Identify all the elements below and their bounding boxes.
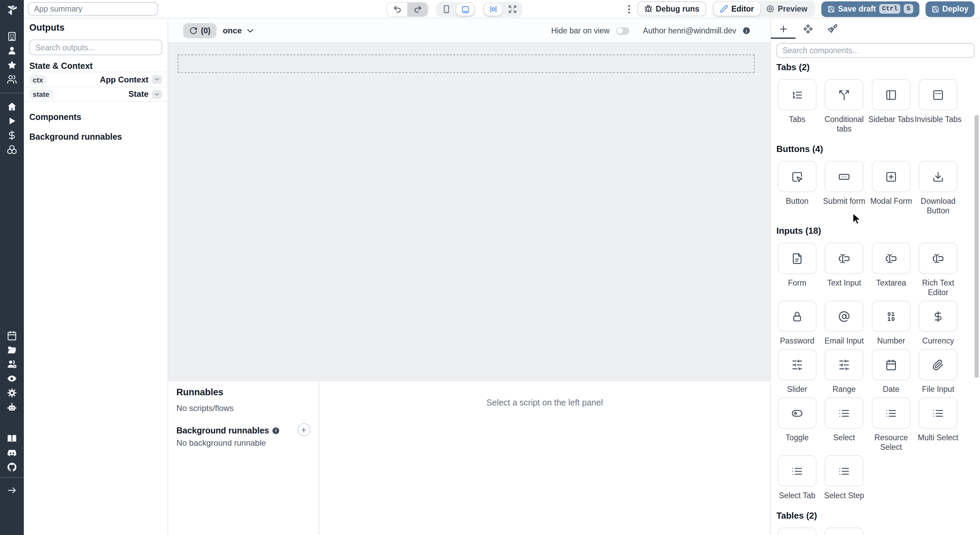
component-sidebar-tabs[interactable]: Sidebar Tabs (872, 79, 910, 134)
undo-button[interactable] (387, 2, 407, 16)
component-card[interactable] (778, 397, 816, 429)
component-modal-form[interactable]: Modal Form (872, 161, 910, 216)
component-card[interactable] (872, 79, 910, 110)
component-file-input[interactable]: File Input (919, 349, 958, 394)
component-range[interactable]: Range (825, 349, 864, 394)
rail-item-book[interactable] (0, 431, 24, 446)
tab-component-settings[interactable] (795, 18, 820, 39)
component-card[interactable] (872, 243, 910, 274)
component-card[interactable] (778, 527, 816, 535)
ctx-expand-button[interactable] (152, 75, 162, 84)
component-card[interactable] (825, 161, 864, 192)
desktop-view-button[interactable] (456, 3, 474, 15)
search-components-input[interactable] (776, 43, 975, 58)
component-text-input[interactable]: Text Input (825, 243, 864, 297)
component-password[interactable]: Password (778, 300, 816, 345)
component-card[interactable] (825, 349, 864, 380)
component-card[interactable] (919, 397, 958, 429)
component-card[interactable] (825, 300, 864, 332)
component-card[interactable] (825, 243, 864, 274)
component-resource-select[interactable]: Resource Select (872, 397, 910, 452)
component-card[interactable] (825, 397, 864, 429)
component-date[interactable]: Date (872, 349, 910, 394)
component-select[interactable]: Select (825, 397, 864, 452)
component-card[interactable] (778, 300, 816, 332)
empty-drop-slot[interactable] (178, 54, 754, 73)
app-summary-input[interactable] (28, 2, 158, 16)
component-card[interactable] (825, 527, 864, 535)
windmill-logo[interactable] (0, 0, 24, 18)
component-invisible-tabs[interactable]: Invisible Tabs (919, 79, 958, 134)
component-card[interactable] (778, 349, 816, 380)
rail-item-boxes[interactable] (0, 142, 24, 157)
component-number[interactable]: Number (872, 300, 910, 345)
component-rich-text-editor[interactable]: Rich Text Editor (919, 243, 958, 297)
component-card[interactable] (919, 161, 958, 192)
component-card[interactable] (778, 455, 816, 487)
component-tabs[interactable]: Tabs (778, 79, 816, 134)
tab-editor[interactable]: Editor (714, 2, 760, 16)
component-button[interactable]: Button (778, 161, 816, 216)
state-expand-button[interactable] (152, 89, 162, 99)
component-card[interactable] (872, 349, 910, 380)
rail-item-home[interactable] (0, 99, 24, 114)
component-form[interactable]: Form (778, 243, 816, 297)
component-currency[interactable]: Currency (919, 300, 958, 345)
component-card[interactable] (919, 300, 958, 332)
component-select-tab[interactable]: Select Tab (778, 455, 816, 500)
search-outputs-input[interactable] (29, 40, 162, 55)
component-card[interactable] (872, 300, 910, 332)
component-submit-form[interactable]: Submit form (825, 161, 864, 216)
rail-item-bot[interactable] (0, 400, 24, 414)
rail-item-gear[interactable] (0, 386, 24, 400)
component-table[interactable] (778, 527, 816, 535)
background-info-icon[interactable]: i (272, 427, 279, 434)
center-content-button[interactable] (484, 3, 502, 15)
rail-item-arrow-right[interactable] (0, 483, 24, 498)
rail-item-users-gear[interactable] (0, 357, 24, 371)
rail-item-dollar[interactable] (0, 128, 24, 142)
tab-preview[interactable]: Preview (760, 2, 813, 16)
component-toggle[interactable]: Toggle (778, 397, 816, 452)
deploy-button[interactable]: Deploy (925, 1, 975, 17)
rail-item-users[interactable] (0, 72, 24, 86)
rail-item-folder[interactable] (0, 343, 24, 357)
hide-bar-toggle[interactable] (616, 27, 629, 34)
component-card[interactable] (919, 349, 958, 380)
rail-item-calendar[interactable] (0, 329, 24, 343)
component-card[interactable] (825, 79, 864, 110)
component-card[interactable] (919, 243, 958, 274)
rail-item-play[interactable] (0, 114, 24, 128)
redo-button[interactable] (407, 2, 428, 16)
component-card[interactable] (872, 161, 910, 192)
component-card[interactable] (778, 243, 816, 274)
fullwidth-button[interactable] (503, 3, 521, 15)
component-textarea[interactable]: Textarea (872, 243, 910, 297)
app-canvas[interactable] (168, 43, 770, 380)
author-info-icon[interactable]: i (743, 27, 750, 34)
add-background-runnable-button[interactable] (297, 423, 310, 436)
components-scrollbar[interactable] (975, 115, 978, 378)
rail-item-github[interactable] (0, 460, 24, 474)
component-card[interactable] (778, 79, 816, 110)
component-card[interactable] (919, 79, 958, 110)
save-draft-button[interactable]: Save draft Ctrl S (821, 1, 919, 17)
rail-item-star[interactable] (0, 58, 24, 72)
component-card[interactable] (872, 397, 910, 429)
component-multi-select[interactable]: Multi Select (919, 397, 958, 452)
component-email-input[interactable]: Email Input (825, 300, 864, 345)
run-mode-select[interactable]: once (223, 26, 255, 35)
tab-insert-component[interactable] (771, 18, 795, 39)
component-table[interactable] (825, 527, 864, 535)
state-row[interactable]: state State (24, 86, 167, 102)
refresh-count-button[interactable]: (0) (183, 23, 216, 38)
mobile-view-button[interactable] (437, 3, 455, 15)
rail-item-discord[interactable] (0, 446, 24, 460)
component-card[interactable] (778, 161, 816, 192)
rail-item-eye[interactable] (0, 371, 24, 386)
component-select-step[interactable]: Select Step (825, 455, 864, 500)
component-conditional-tabs[interactable]: Conditional tabs (825, 79, 864, 134)
component-download-button[interactable]: Download Button (919, 161, 958, 216)
rail-item-building[interactable] (0, 29, 24, 44)
ctx-row[interactable]: ctx App Context (24, 72, 167, 86)
